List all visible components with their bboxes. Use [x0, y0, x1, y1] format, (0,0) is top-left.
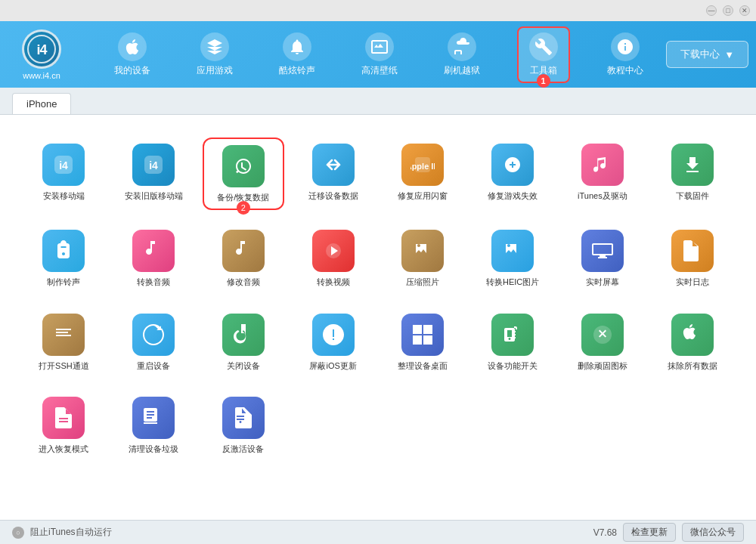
download-arrow-icon: ▼ — [724, 49, 734, 60]
tool-icon-convert-heic — [491, 230, 534, 272]
tool-delete-stubborn-icon[interactable]: 删除顽固图标 — [562, 308, 644, 377]
tool-icon-delete-stubborn-icon — [581, 314, 624, 356]
tools-grid: i4 安装移动端 i4 安装旧版移动端 备份/恢复数据 2 迁移设备数据 — [23, 130, 733, 468]
nav-item-tutorials[interactable]: 教程中心 — [598, 28, 652, 82]
nav-items: 我的设备 应用游戏 酷炫铃声 高清壁纸 刷机越狱 — [91, 26, 666, 83]
status-right: V7.68 检查更新 微信公众号 — [593, 523, 744, 542]
nav-icon-ringtones — [283, 32, 311, 61]
tool-label-realtime-log: 实时日志 — [676, 277, 709, 287]
tool-label-itunes-driver: iTunes及驱动 — [578, 190, 627, 201]
tool-backup-restore[interactable]: 备份/恢复数据 2 — [203, 138, 285, 210]
tool-icon-block-ios-update — [312, 314, 355, 356]
nav-item-jailbreak[interactable]: 刷机越狱 — [435, 28, 489, 82]
tool-label-fix-game: 修复游戏失效 — [488, 190, 538, 201]
tool-ssh-tunnel[interactable]: 打开SSH通道 — [23, 308, 105, 377]
nav-item-my-device[interactable]: 我的设备 — [105, 28, 160, 82]
tool-label-install-old: 安装旧版移动端 — [125, 190, 183, 201]
status-circle-icon: ○ — [12, 527, 24, 539]
tool-convert-video[interactable]: 转换视频 — [292, 224, 374, 293]
tool-icon-convert-audio — [132, 230, 175, 272]
tool-download-firmware[interactable]: 下载固件 — [651, 138, 733, 210]
tool-icon-edit-audio — [222, 230, 265, 272]
tool-label-erase-all-data: 抹除所有数据 — [668, 360, 717, 371]
tool-icon-compress-photo — [401, 230, 444, 272]
tool-itunes-driver[interactable]: iTunes及驱动 — [562, 138, 644, 210]
tool-icon-fix-game — [491, 144, 534, 186]
tool-label-download-firmware: 下载固件 — [676, 190, 709, 201]
tool-icon-deactivate-device — [222, 397, 265, 439]
tool-recovery-mode[interactable]: 进入恢复模式 — [23, 391, 105, 460]
tool-icon-clean-junk — [132, 397, 175, 439]
tool-install-app[interactable]: i4 安装移动端 — [23, 138, 105, 210]
tool-make-ringtone[interactable]: 制作铃声 — [23, 224, 105, 293]
nav-label-wallpapers: 高清壁纸 — [361, 64, 398, 77]
tool-label-organize-desktop: 整理设备桌面 — [398, 360, 448, 371]
close-btn[interactable]: ✕ — [739, 5, 750, 16]
minimize-btn[interactable]: — — [706, 5, 717, 16]
tool-icon-shutdown-device — [222, 314, 265, 356]
logo-area: i4 www.i4.cn — [8, 29, 76, 80]
tool-fix-game[interactable]: 修复游戏失效 — [472, 138, 554, 210]
tool-device-functions[interactable]: 设备功能开关 — [472, 308, 554, 377]
tool-install-old[interactable]: i4 安装旧版移动端 — [113, 138, 195, 210]
content-area: i4 安装移动端 i4 安装旧版移动端 备份/恢复数据 2 迁移设备数据 — [0, 115, 756, 520]
tool-convert-audio[interactable]: 转换音频 — [113, 224, 195, 293]
tab-iphone[interactable]: iPhone — [12, 93, 71, 114]
status-left: ○ 阻止iTunes自动运行 — [12, 526, 112, 539]
tool-icon-install-old: i4 — [132, 144, 175, 186]
tool-migrate-data[interactable]: 迁移设备数据 — [292, 138, 374, 210]
nav-item-wallpapers[interactable]: 高清壁纸 — [352, 28, 407, 82]
tool-erase-all-data[interactable]: 抹除所有数据 — [651, 308, 733, 377]
tool-icon-backup-restore — [222, 145, 265, 187]
tool-label-edit-audio: 修改音频 — [227, 277, 260, 287]
nav-item-toolbox[interactable]: 工具箱 1 — [517, 26, 570, 83]
tool-label-reboot-device: 重启设备 — [137, 360, 170, 371]
tool-icon-make-ringtone — [42, 230, 85, 272]
tool-label-convert-heic: 转换HEIC图片 — [486, 277, 539, 287]
tool-label-device-functions: 设备功能开关 — [488, 360, 538, 371]
tool-label-block-ios-update: 屏蔽iOS更新 — [309, 360, 356, 371]
title-bar: — □ ✕ — [0, 0, 756, 21]
toolbox-badge: 1 — [537, 74, 550, 88]
maximize-btn[interactable]: □ — [723, 5, 733, 16]
tool-icon-fix-app-crash: Apple ID — [401, 144, 444, 186]
wechat-button[interactable]: 微信公众号 — [682, 523, 744, 542]
version-text: V7.68 — [593, 527, 617, 538]
tool-label-convert-audio: 转换音频 — [137, 277, 170, 287]
tool-label-install-app: 安装移动端 — [43, 190, 85, 201]
nav-label-my-device: 我的设备 — [114, 64, 150, 77]
tool-fix-app-crash[interactable]: Apple ID 修复应用闪窗 — [382, 138, 464, 210]
tool-label-convert-video: 转换视频 — [317, 277, 350, 287]
tool-edit-audio[interactable]: 修改音频 — [203, 224, 285, 293]
tool-convert-heic[interactable]: 转换HEIC图片 — [472, 224, 554, 293]
nav-item-apps-games[interactable]: 应用游戏 — [187, 28, 242, 82]
tab-bar: iPhone — [0, 88, 756, 115]
tool-block-ios-update[interactable]: 屏蔽iOS更新 — [292, 308, 374, 377]
tool-compress-photo[interactable]: 压缩照片 — [382, 224, 464, 293]
tool-icon-migrate-data — [312, 144, 355, 186]
tool-organize-desktop[interactable]: 整理设备桌面 — [382, 308, 464, 377]
tool-label-compress-photo: 压缩照片 — [406, 277, 439, 287]
tool-icon-itunes-driver — [581, 144, 624, 186]
nav-label-ringtones: 酷炫铃声 — [279, 64, 315, 77]
header: i4 www.i4.cn 我的设备 应用游戏 酷炫铃声 — [0, 21, 756, 88]
tool-icon-convert-video — [312, 230, 355, 272]
nav-item-ringtones[interactable]: 酷炫铃声 — [270, 28, 324, 82]
tool-deactivate-device[interactable]: 反激活设备 — [203, 391, 285, 460]
download-center-button[interactable]: 下载中心 ▼ — [666, 41, 748, 68]
tool-label-migrate-data: 迁移设备数据 — [308, 190, 358, 201]
tool-label-recovery-mode: 进入恢复模式 — [39, 444, 88, 454]
tool-reboot-device[interactable]: 重启设备 — [113, 308, 195, 377]
tool-clean-junk[interactable]: 清理设备垃圾 — [113, 391, 195, 460]
tool-label-make-ringtone: 制作铃声 — [47, 277, 80, 287]
nav-icon-tutorials — [611, 32, 640, 61]
tool-icon-reboot-device — [132, 314, 175, 356]
check-update-button[interactable]: 检查更新 — [623, 523, 676, 542]
tool-icon-install-app: i4 — [42, 144, 85, 186]
tool-label-deactivate-device: 反激活设备 — [222, 444, 264, 454]
nav-label-apps-games: 应用游戏 — [197, 64, 233, 77]
tool-realtime-log[interactable]: 实时日志 — [651, 224, 733, 293]
tool-shutdown-device[interactable]: 关闭设备 — [203, 308, 285, 377]
backup-badge: 2 — [237, 201, 250, 215]
tool-realtime-screen[interactable]: 实时屏幕 — [562, 224, 644, 293]
